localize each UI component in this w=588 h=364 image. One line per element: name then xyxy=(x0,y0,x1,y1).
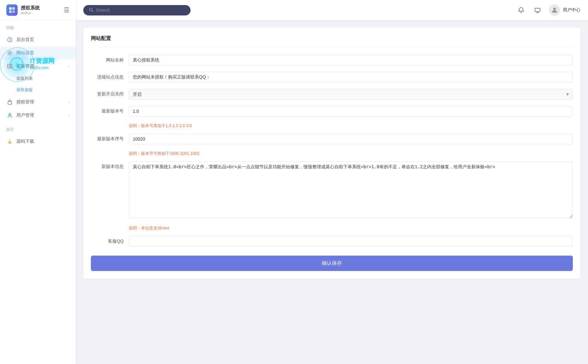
topbar-right: 用户中心 xyxy=(516,4,580,16)
section-other-label: 其它 xyxy=(0,122,76,135)
site-settings-icon xyxy=(6,49,13,56)
auth-icon xyxy=(6,99,13,106)
update-toggle-select-wrap: 开启 关闭 ▼ xyxy=(129,89,573,100)
source-download-label: 源码下载 xyxy=(16,139,69,144)
users-chevron: › xyxy=(68,113,69,118)
section-func-label: 功能 xyxy=(0,20,76,33)
logo-icon xyxy=(6,4,18,16)
topbar: 用户中心 xyxy=(76,0,588,20)
update-toggle-wrap: 开启 关闭 ▼ xyxy=(129,89,573,100)
dashboard-label: 后台首页 xyxy=(16,37,69,43)
users-icon xyxy=(6,112,13,119)
latest-version-wrap xyxy=(129,106,573,117)
sidebar-sub-get-piracy[interactable]: 获取盗版 xyxy=(0,84,76,95)
auth-chevron: › xyxy=(68,100,69,104)
hamburger-button[interactable]: ☰ xyxy=(64,6,69,14)
search-icon xyxy=(89,8,93,13)
latest-seq-row: 最新版本序号 xyxy=(91,134,573,144)
logo-subtitle: Author xyxy=(21,11,40,15)
page-card: 网站配置 网站名称 违规站点信息 更新开启关闭 xyxy=(83,28,580,279)
piracy-icon xyxy=(6,63,13,70)
new-version-label: 新版本信息 xyxy=(91,161,129,170)
latest-seq-wrap xyxy=(129,134,573,144)
source-download-icon xyxy=(6,138,13,145)
svg-rect-0 xyxy=(9,7,12,10)
user-center[interactable]: 用户中心 xyxy=(549,4,580,16)
logo-title: 授权系统 xyxy=(21,5,40,11)
site-name-label: 网站名称 xyxy=(91,55,129,63)
sidebar-sub-piracy-list[interactable]: 盗版列表 xyxy=(0,73,76,84)
service-qq-row: 客服QQ xyxy=(91,236,573,247)
dashboard-icon xyxy=(6,36,13,43)
search-box[interactable] xyxy=(83,5,191,15)
svg-rect-7 xyxy=(8,101,12,104)
update-toggle-row: 更新开启关闭 开启 关闭 ▼ xyxy=(91,89,573,100)
sidebar-item-piracy[interactable]: 盗版管理 › xyxy=(0,60,76,73)
user-label: 用户中心 xyxy=(563,7,580,13)
latest-version-input[interactable] xyxy=(129,106,573,117)
violation-row: 违规站点信息 xyxy=(91,72,573,83)
latest-seq-input[interactable] xyxy=(129,134,573,144)
site-name-input[interactable] xyxy=(129,55,573,66)
svg-point-8 xyxy=(9,113,11,115)
piracy-list-label: 盗版列表 xyxy=(16,76,33,81)
content-area: 网站配置 网站名称 违规站点信息 更新开启关闭 xyxy=(76,20,588,364)
service-qq-label: 客服QQ xyxy=(91,236,129,244)
new-version-row: 新版本信息 莫心自助下单系统1.0<br>匠心之作，荣耀出品<br>从一点点细节… xyxy=(91,161,573,219)
svg-rect-2 xyxy=(9,10,12,13)
latest-version-row: 最新版本号 xyxy=(91,106,573,117)
violation-input[interactable] xyxy=(129,72,573,83)
svg-point-11 xyxy=(553,8,556,10)
new-version-wrap: 莫心自助下单系统1.0<br>匠心之作，荣耀出品<br>从一点点细节以及功能开始… xyxy=(129,161,573,219)
svg-rect-10 xyxy=(535,8,540,12)
update-toggle-select[interactable]: 开启 关闭 xyxy=(129,89,573,100)
piracy-label: 盗版管理 xyxy=(16,63,68,69)
new-version-textarea[interactable]: 莫心自助下单系统1.0<br>匠心之作，荣耀出品<br>从一点点细节以及功能开始… xyxy=(129,161,573,218)
main-area: 用户中心 网站配置 网站名称 违规站点信息 更新开启 xyxy=(76,0,588,364)
sidebar-item-users[interactable]: 用户管理 › xyxy=(0,109,76,122)
piracy-chevron: › xyxy=(68,64,69,68)
hint-html: 说明：本信息支持html xyxy=(129,225,573,231)
hint-version: 说明：版本号类似于1.0 1.5 2.0 3.0 xyxy=(129,123,573,129)
logo-area: 授权系统 Author ☰ xyxy=(0,0,76,20)
svg-point-5 xyxy=(9,52,11,54)
update-toggle-label: 更新开启关闭 xyxy=(91,89,129,97)
auth-label: 授权管理 xyxy=(16,99,68,105)
users-label: 用户管理 xyxy=(16,113,68,118)
site-name-wrap xyxy=(129,55,573,66)
latest-seq-label: 最新版本序号 xyxy=(91,134,129,142)
get-piracy-label: 获取盗版 xyxy=(16,87,33,93)
avatar xyxy=(549,4,560,16)
violation-wrap xyxy=(129,72,573,83)
hint-seq: 说明：版本序号类似于1000 1001 1002 xyxy=(129,151,573,156)
latest-version-label: 最新版本号 xyxy=(91,106,129,114)
svg-rect-1 xyxy=(12,7,15,10)
sidebar-item-auth[interactable]: 授权管理 › xyxy=(0,95,76,109)
sidebar: 授权系统 Author ☰ 功能 后台首页 网站设置 xyxy=(0,0,76,364)
sidebar-item-source-download[interactable]: 源码下载 xyxy=(0,135,76,148)
save-button[interactable]: 确认保存 xyxy=(91,256,573,271)
site-settings-label: 网站设置 xyxy=(16,50,69,56)
sidebar-item-site-settings[interactable]: 网站设置 xyxy=(0,46,76,60)
site-name-row: 网站名称 xyxy=(91,55,573,66)
sidebar-item-dashboard[interactable]: 后台首页 xyxy=(0,33,76,46)
svg-rect-3 xyxy=(12,10,15,13)
svg-rect-6 xyxy=(8,64,12,68)
notification-icon[interactable] xyxy=(516,5,526,15)
search-input[interactable] xyxy=(96,8,185,13)
service-qq-input[interactable] xyxy=(129,236,573,247)
service-qq-wrap xyxy=(129,236,573,247)
violation-label: 违规站点信息 xyxy=(91,72,129,80)
page-title: 网站配置 xyxy=(91,35,573,47)
screen-icon[interactable] xyxy=(532,5,543,15)
